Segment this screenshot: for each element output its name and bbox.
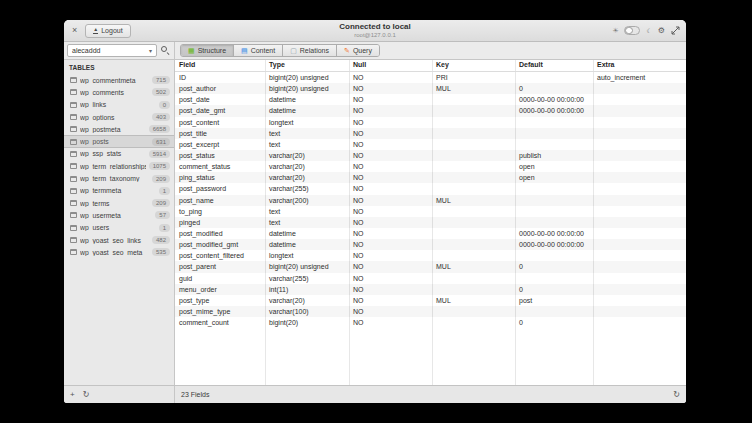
- field-cell: 0: [515, 261, 593, 272]
- column-header-null: Null: [349, 60, 432, 71]
- table-row[interactable]: post_datedatetimeNO0000-00-00 00:00:00: [175, 94, 686, 105]
- field-cell: [515, 306, 593, 317]
- titlebar-actions: ☀ ☾ ⚙: [612, 26, 680, 35]
- field-cell: post_type: [175, 295, 265, 306]
- table-row[interactable]: ping_statusvarchar(20)NOopen: [175, 172, 686, 183]
- table-row[interactable]: menu_orderint(11)NO0: [175, 284, 686, 295]
- tab-query[interactable]: ✎ Query: [337, 45, 379, 56]
- field-cell: NO: [349, 172, 432, 183]
- table-row[interactable]: post_authorbigint(20) unsignedNOMUL0: [175, 83, 686, 94]
- table-row[interactable]: post_passwordvarchar(255)NO: [175, 183, 686, 194]
- table-row[interactable]: IDbigint(20) unsignedNOPRIauto_increment: [175, 72, 686, 83]
- table-row[interactable]: guidvarchar(255)NO: [175, 273, 686, 284]
- sidebar-item-wp_yoast_seo_meta[interactable]: wp_yoast_seo_meta 535: [64, 246, 174, 258]
- field-cell: [593, 261, 686, 272]
- sidebar-item-wp_postmeta[interactable]: wp_postmeta 6658: [64, 123, 174, 135]
- sidebar-item-wp_terms[interactable]: wp_terms 209: [64, 197, 174, 209]
- dark-mode-toggle[interactable]: [624, 26, 640, 35]
- window-title-block: Connected to local root@127.0.0.1: [64, 22, 686, 39]
- table-row[interactable]: post_content_filteredlongtextNO: [175, 250, 686, 261]
- logout-button[interactable]: ▲ Logout: [85, 24, 130, 38]
- tab-structure[interactable]: ▦ Structure: [181, 45, 234, 56]
- field-cell: [593, 128, 686, 139]
- field-cell: ping_status: [175, 172, 265, 183]
- field-cell: post_date_gmt: [175, 105, 265, 116]
- field-cell: [515, 139, 593, 150]
- field-cell: [432, 172, 515, 183]
- field-cell: text: [265, 139, 349, 150]
- gear-icon[interactable]: ⚙: [658, 26, 665, 35]
- tables-header: TABLES: [64, 60, 174, 74]
- sidebar-item-wp_yoast_seo_links[interactable]: wp_yoast_seo_links 482: [64, 234, 174, 246]
- table-name: wp_term_taxonomy: [80, 175, 149, 182]
- table-row[interactable]: post_date_gmtdatetimeNO0000-00-00 00:00:…: [175, 105, 686, 116]
- field-cell: comment_count: [175, 317, 265, 328]
- table-name: wp_options: [80, 114, 149, 121]
- sidebar-item-wp_term_taxonomy[interactable]: wp_term_taxonomy 209: [64, 172, 174, 184]
- sidebar-item-wp_commentmeta[interactable]: wp_commentmeta 715: [64, 74, 174, 86]
- field-cell: varchar(20): [265, 150, 349, 161]
- table-row[interactable]: post_typevarchar(20)NOMULpost: [175, 295, 686, 306]
- refresh-tables-icon[interactable]: ↻: [83, 391, 90, 399]
- field-cell: [432, 273, 515, 284]
- titlebar: × ▲ Logout Connected to local root@127.0…: [64, 20, 686, 42]
- tab-relations[interactable]: ▢ Relations: [283, 45, 337, 56]
- sidebar-item-wp_comments[interactable]: wp_comments 502: [64, 86, 174, 98]
- sidebar-item-wp_options[interactable]: wp_options 403: [64, 111, 174, 123]
- field-cell: [515, 195, 593, 206]
- refresh-structure-icon[interactable]: ↻: [673, 391, 680, 399]
- table-icon: [70, 225, 77, 231]
- fullscreen-icon[interactable]: [671, 26, 680, 35]
- column-header-field: Field: [175, 60, 265, 71]
- field-cell: post_content_filtered: [175, 250, 265, 261]
- field-cell: NO: [349, 72, 432, 83]
- table-row[interactable]: pingedtextNO: [175, 217, 686, 228]
- toggle-knob: [625, 27, 633, 34]
- fields-table-body: IDbigint(20) unsignedNOPRIauto_increment…: [175, 72, 686, 328]
- add-table-button[interactable]: +: [70, 391, 75, 399]
- tab-label: Structure: [198, 47, 226, 54]
- table-row[interactable]: to_pingtextNO: [175, 206, 686, 217]
- table-row[interactable]: comment_countbigint(20)NO0: [175, 317, 686, 328]
- field-cell: menu_order: [175, 284, 265, 295]
- sidebar-item-wp_termmeta[interactable]: wp_termmeta 1: [64, 185, 174, 197]
- field-cell: [593, 161, 686, 172]
- table-icon: [70, 139, 77, 145]
- table-row[interactable]: post_titletextNO: [175, 128, 686, 139]
- table-row[interactable]: post_mime_typevarchar(100)NO: [175, 306, 686, 317]
- sidebar-item-wp_term_relationships[interactable]: wp_term_relationships 1075: [64, 160, 174, 172]
- table-name: wp_yoast_seo_links: [80, 237, 149, 244]
- close-icon[interactable]: ×: [70, 26, 79, 35]
- field-cell: post_password: [175, 183, 265, 194]
- field-cell: post_parent: [175, 261, 265, 272]
- table-name: wp_posts: [80, 138, 149, 145]
- field-cell: NO: [349, 183, 432, 194]
- field-cell: [593, 94, 686, 105]
- row-count-badge: 209: [152, 199, 170, 207]
- table-row[interactable]: post_modified_gmtdatetimeNO0000-00-00 00…: [175, 239, 686, 250]
- field-cell: [593, 284, 686, 295]
- sidebar-item-wp_usermeta[interactable]: wp_usermeta 57: [64, 209, 174, 221]
- field-cell: NO: [349, 161, 432, 172]
- search-icon[interactable]: [160, 45, 171, 56]
- table-row[interactable]: post_statusvarchar(20)NOpublish: [175, 150, 686, 161]
- table-row[interactable]: post_parentbigint(20) unsignedNOMUL0: [175, 261, 686, 272]
- field-cell: [593, 105, 686, 116]
- table-row[interactable]: post_contentlongtextNO: [175, 117, 686, 128]
- sidebar-item-wp_users[interactable]: wp_users 1: [64, 222, 174, 234]
- tab-content[interactable]: ▤ Content: [234, 45, 283, 56]
- field-cell: NO: [349, 195, 432, 206]
- sidebar-item-wp_links[interactable]: wp_links 0: [64, 99, 174, 111]
- table-row[interactable]: post_namevarchar(200)NOMUL: [175, 195, 686, 206]
- table-row[interactable]: comment_statusvarchar(20)NOopen: [175, 161, 686, 172]
- field-cell: MUL: [432, 83, 515, 94]
- sidebar-item-wp_posts[interactable]: wp_posts 631: [64, 135, 174, 147]
- row-count-badge: 209: [152, 175, 170, 183]
- table-row[interactable]: post_modifieddatetimeNO0000-00-00 00:00:…: [175, 228, 686, 239]
- table-row[interactable]: post_excerpttextNO: [175, 139, 686, 150]
- field-cell: post_modified: [175, 228, 265, 239]
- database-selector[interactable]: alecaddd ▾: [67, 44, 157, 57]
- sidebar-item-wp_ssp_stats[interactable]: wp_ssp_stats 5914: [64, 148, 174, 160]
- field-cell: bigint(20) unsigned: [265, 261, 349, 272]
- field-cell: NO: [349, 239, 432, 250]
